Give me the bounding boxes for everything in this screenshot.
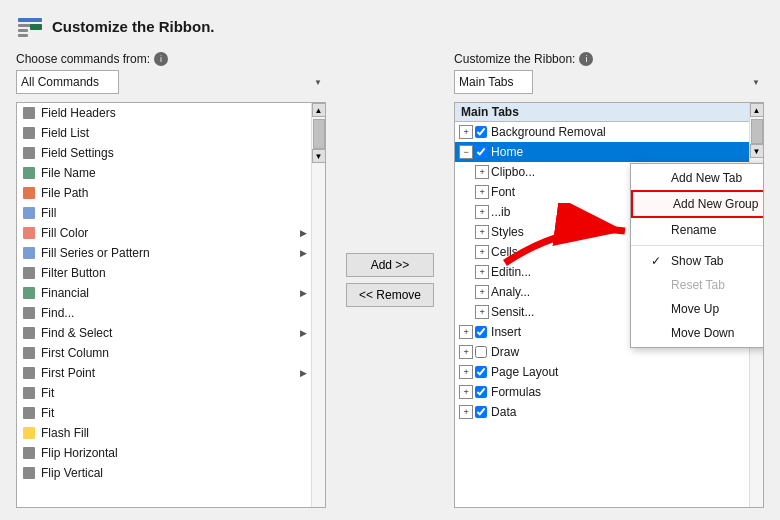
right-dropdown[interactable]: Main Tabs	[454, 70, 533, 94]
list-item[interactable]: Fill Series or Pattern ▶	[17, 243, 311, 263]
list-item-text: Find...	[41, 306, 307, 320]
list-item-text: First Point	[41, 366, 296, 380]
submenu-arrow-icon: ▶	[300, 368, 307, 378]
expand-icon[interactable]: +	[459, 345, 473, 359]
remove-button[interactable]: << Remove	[346, 283, 434, 307]
list-item[interactable]: Fill Color ▶	[17, 223, 311, 243]
svg-rect-19	[23, 387, 35, 399]
list-item[interactable]: Find...	[17, 303, 311, 323]
expand-icon[interactable]: +	[475, 165, 489, 179]
tree-item-text: Font	[491, 185, 515, 199]
context-menu: Add New Tab Add New Group Rename ✓ Show …	[630, 163, 764, 348]
list-item-text: Fit	[41, 406, 307, 420]
left-dropdown[interactable]: All Commands	[16, 70, 119, 94]
fit2-icon	[21, 405, 37, 421]
ctx-item-rename[interactable]: Rename	[631, 218, 764, 242]
fliph-icon	[21, 445, 37, 461]
tree-item[interactable]: − Home	[455, 142, 749, 162]
list-item[interactable]: Flash Fill	[17, 423, 311, 443]
tree-checkbox[interactable]	[475, 146, 487, 158]
ctx-item-move-down[interactable]: Move Down	[631, 321, 764, 345]
list-item[interactable]: Flip Horizontal	[17, 443, 311, 463]
expand-icon[interactable]: +	[475, 185, 489, 199]
add-button[interactable]: Add >>	[346, 253, 434, 277]
submenu-arrow-icon: ▶	[300, 328, 307, 338]
ctx-item-show-tab[interactable]: ✓ Show Tab	[631, 249, 764, 273]
expand-icon[interactable]: +	[459, 325, 473, 339]
right-scroll-up[interactable]: ▲	[750, 103, 764, 117]
list-item[interactable]: Fill	[17, 203, 311, 223]
ctx-item-move-up[interactable]: Move Up	[631, 297, 764, 321]
tree-checkbox[interactable]	[475, 366, 487, 378]
ctx-item-label: Reset Tab	[671, 278, 725, 292]
ctx-item-label: Add New Group	[673, 197, 758, 211]
list-item[interactable]: File Path	[17, 183, 311, 203]
expand-icon[interactable]: +	[475, 265, 489, 279]
list-item-text: File Path	[41, 186, 307, 200]
tree-item-text: Styles	[491, 225, 524, 239]
left-scroll-thumb[interactable]	[313, 119, 325, 149]
svg-rect-10	[23, 207, 35, 219]
expand-icon[interactable]: +	[459, 125, 473, 139]
left-label-row: Choose commands from: i	[16, 52, 326, 66]
expand-icon[interactable]: −	[459, 145, 473, 159]
calc-icon	[21, 285, 37, 301]
right-info-icon[interactable]: i	[579, 52, 593, 66]
tree-item[interactable]: + Background Removal	[455, 122, 749, 142]
svg-rect-22	[23, 447, 35, 459]
list-item-text: Financial	[41, 286, 296, 300]
search-icon	[21, 305, 37, 321]
list-item-text: Field List	[41, 126, 307, 140]
submenu-arrow-icon: ▶	[300, 248, 307, 258]
left-info-icon[interactable]: i	[154, 52, 168, 66]
expand-icon[interactable]: +	[475, 285, 489, 299]
list-item[interactable]: Flip Vertical	[17, 463, 311, 483]
tree-checkbox[interactable]	[475, 126, 487, 138]
left-scroll-down[interactable]: ▼	[312, 149, 326, 163]
svg-rect-13	[23, 267, 35, 279]
list-item[interactable]: Fit	[17, 403, 311, 423]
point-icon	[21, 365, 37, 381]
list-item[interactable]: Fit	[17, 383, 311, 403]
ctx-item-label: Move Down	[671, 326, 734, 340]
expand-icon[interactable]: +	[475, 225, 489, 239]
list-item[interactable]: File Name	[17, 163, 311, 183]
svg-rect-23	[23, 467, 35, 479]
flash-icon	[21, 425, 37, 441]
svg-rect-17	[23, 347, 35, 359]
list-item[interactable]: Field List	[17, 123, 311, 143]
list-item[interactable]: Filter Button	[17, 263, 311, 283]
tree-item[interactable]: + Formulas	[455, 382, 749, 402]
dialog-title-bar: Customize the Ribbon.	[16, 12, 764, 40]
tree-checkbox[interactable]	[475, 346, 487, 358]
tree-checkbox[interactable]	[475, 326, 487, 338]
list-item[interactable]: First Point ▶	[17, 363, 311, 383]
tree-item-text: Page Layout	[491, 365, 558, 379]
expand-icon[interactable]: +	[459, 365, 473, 379]
field-icon	[21, 125, 37, 141]
list-item-text: Field Settings	[41, 146, 307, 160]
tree-item[interactable]: + Data	[455, 402, 749, 422]
expand-icon[interactable]: +	[459, 405, 473, 419]
expand-icon[interactable]: +	[459, 385, 473, 399]
ctx-item-add-new-tab[interactable]: Add New Tab	[631, 166, 764, 190]
expand-icon[interactable]: +	[475, 205, 489, 219]
list-item-text: Find & Select	[41, 326, 296, 340]
tree-checkbox[interactable]	[475, 386, 487, 398]
list-item[interactable]: Field Headers	[17, 103, 311, 123]
list-item[interactable]: Financial ▶	[17, 283, 311, 303]
list-item[interactable]: First Column	[17, 343, 311, 363]
left-scroll-up[interactable]: ▲	[312, 103, 326, 117]
left-list[interactable]: Field Headers Field List Field Settings …	[16, 102, 326, 508]
tree-item[interactable]: + Page Layout	[455, 362, 749, 382]
right-scroll-down[interactable]: ▼	[750, 144, 764, 158]
tree-checkbox[interactable]	[475, 406, 487, 418]
tree-item-text: ...ib	[491, 205, 510, 219]
list-item[interactable]: Find & Select ▶	[17, 323, 311, 343]
ctx-item-add-new-group[interactable]: Add New Group	[631, 190, 764, 218]
expand-icon[interactable]: +	[475, 305, 489, 319]
ctx-item-reset-tab: Reset Tab	[631, 273, 764, 297]
right-scroll-thumb[interactable]	[751, 119, 763, 144]
list-item[interactable]: Field Settings	[17, 143, 311, 163]
expand-icon[interactable]: +	[475, 245, 489, 259]
